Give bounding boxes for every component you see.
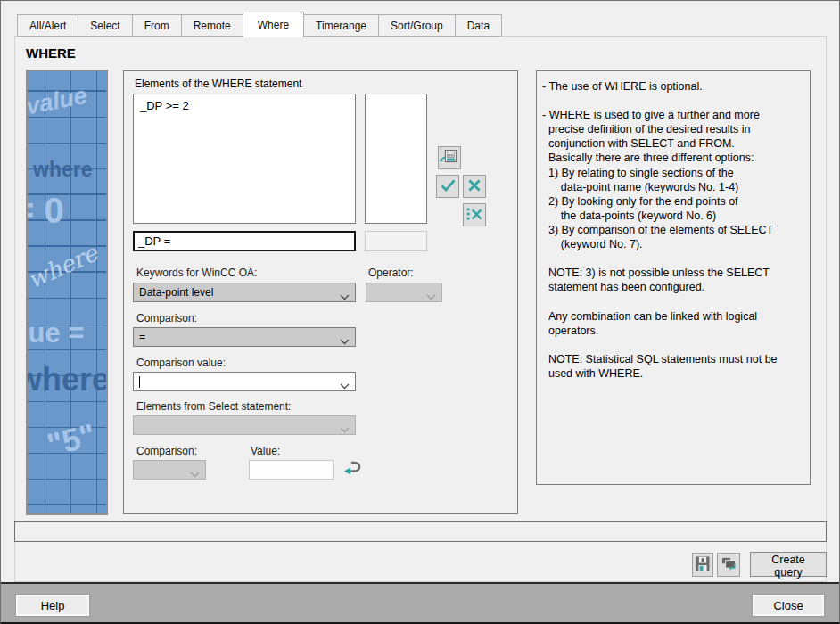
art-word: lue = — [26, 319, 85, 347]
chevron-down-icon — [340, 380, 350, 392]
operator-label: Operator: — [368, 267, 414, 279]
operator-preview-field — [365, 231, 427, 251]
chevron-down-icon — [190, 468, 200, 480]
tab-from[interactable]: From — [132, 14, 182, 37]
elements-of-where-label: Elements of the WHERE statement — [135, 78, 301, 90]
comparison-combobox[interactable]: = — [133, 327, 356, 347]
page-title: WHERE — [26, 45, 76, 61]
undo-button[interactable] — [341, 456, 364, 480]
keywords-combobox[interactable]: Data-point level — [133, 283, 356, 302]
comparison2-combobox — [133, 460, 206, 480]
tab-timerange[interactable]: Timerange — [303, 14, 379, 37]
value-input — [249, 460, 334, 480]
tab-select[interactable]: Select — [78, 14, 132, 37]
chevron-down-icon — [426, 291, 436, 303]
delete-element-button[interactable] — [463, 175, 486, 198]
chevron-down-icon — [340, 423, 350, 436]
delete-all-elements-button[interactable] — [463, 203, 486, 226]
art-word: value — [26, 84, 89, 119]
where-expression-input[interactable] — [133, 231, 356, 251]
operator-combobox — [366, 283, 442, 302]
comparison2-label: Comparison: — [136, 445, 197, 457]
apply-element-button[interactable] — [436, 175, 459, 198]
load-query-icon — [719, 554, 738, 576]
chevron-down-icon — [340, 335, 350, 348]
query-status-bar — [14, 521, 827, 542]
x-all-icon — [464, 203, 485, 227]
footer-bar: Help Close — [1, 582, 839, 624]
list-item[interactable]: _DP >= 2 — [134, 94, 355, 112]
tab-remote[interactable]: Remote — [181, 14, 243, 37]
art-word: where — [26, 241, 101, 291]
where-elements-list[interactable]: _DP >= 2 — [133, 94, 356, 224]
art-word: = 0 — [26, 193, 64, 228]
help-button[interactable]: Help — [15, 594, 90, 617]
load-query-button[interactable] — [717, 553, 740, 577]
art-word: "5" — [44, 419, 98, 462]
keywords-label: Keywords for WinCC OA: — [136, 267, 257, 279]
x-icon — [464, 175, 485, 199]
save-icon — [694, 554, 712, 576]
where-artwork-panel: value where = 0 where lue = where "5" — [26, 70, 108, 515]
undo-arrow-icon — [341, 469, 364, 482]
comparison-value-label: Comparison value: — [136, 357, 226, 369]
chevron-down-icon — [340, 291, 350, 303]
art-word: where — [26, 364, 108, 396]
insert-element-button[interactable] — [438, 146, 461, 169]
tab-all-alert[interactable]: All/Alert — [17, 14, 78, 37]
value-label: Value: — [251, 445, 280, 457]
help-text: - The use of WHERE is optional. - WHERE … — [542, 79, 804, 381]
elements-from-select-label: Elements from Select statement: — [136, 400, 291, 413]
query-dialog-window: All/Alert Select From Remote Where Timer… — [0, 0, 840, 624]
comparison-value: = — [139, 331, 145, 343]
tab-where[interactable]: Where — [243, 12, 304, 37]
keywords-value: Data-point level — [139, 286, 213, 299]
tab-data[interactable]: Data — [455, 14, 502, 37]
art-word: where — [33, 160, 92, 180]
insert-row-icon — [439, 146, 460, 170]
text-caret — [139, 376, 140, 388]
close-button[interactable]: Close — [752, 594, 825, 617]
tab-bar: All/Alert Select From Remote Where Timer… — [18, 12, 502, 37]
save-query-button[interactable] — [692, 553, 713, 577]
elements-from-select-combobox — [133, 415, 356, 435]
comparison-label: Comparison: — [136, 312, 197, 324]
comparison-value-combobox[interactable] — [133, 372, 356, 391]
tab-sort-group[interactable]: Sort/Group — [378, 14, 456, 37]
operator-list[interactable] — [365, 94, 427, 224]
check-icon — [437, 175, 458, 199]
help-panel: - The use of WHERE is optional. - WHERE … — [536, 70, 811, 485]
create-query-button[interactable]: Create query — [750, 552, 827, 577]
